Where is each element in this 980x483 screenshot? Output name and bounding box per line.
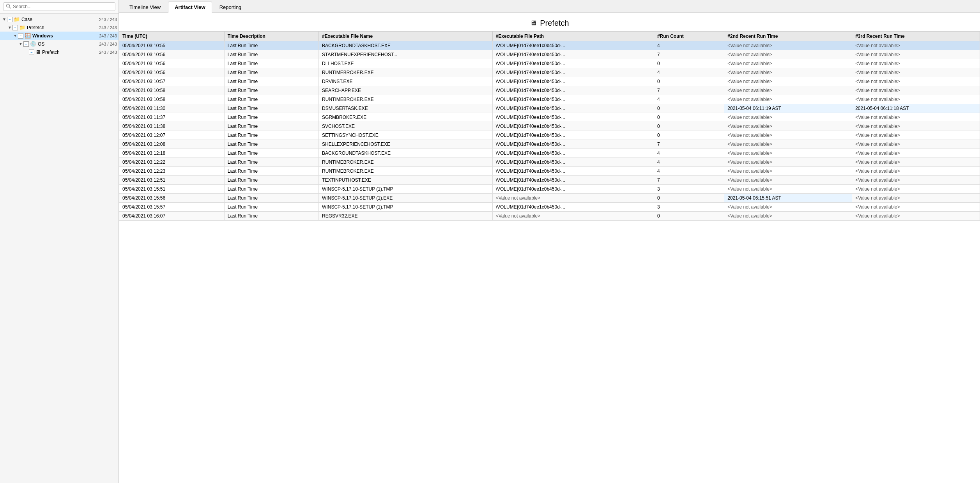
tree-item-windows[interactable]: ▼−🪟Windows243 / 243	[0, 32, 119, 40]
table-cell: 05/04/2021 03:10:58	[119, 86, 225, 95]
tree-item-os[interactable]: ▼−💿OS243 / 243	[0, 40, 119, 48]
table-cell: DSMUSERTASK.EXE	[319, 104, 493, 113]
table-cell: 05/04/2021 03:12:08	[119, 140, 225, 149]
table-row[interactable]: 05/04/2021 03:12:51Last Run TimeTEXTINPU…	[119, 176, 980, 185]
table-cell: Last Run Time	[224, 95, 318, 104]
table-cell: Last Run Time	[224, 131, 318, 140]
table-row[interactable]: 05/04/2021 03:10:57Last Run TimeDRVINST.…	[119, 77, 980, 86]
table-cell: Last Run Time	[224, 59, 318, 68]
table-cell: <Value not available>	[724, 95, 852, 104]
table-cell: <Value not available>	[852, 149, 980, 158]
col-header: #Run Count	[654, 32, 724, 41]
table-row[interactable]: 05/04/2021 03:10:58Last Run TimeSEARCHAP…	[119, 86, 980, 95]
artifact-title: Prefetch	[540, 19, 569, 28]
table-row[interactable]: 05/04/2021 03:10:56Last Run TimeRUNTIMEB…	[119, 68, 980, 77]
table-cell: REGSVR32.EXE	[319, 212, 493, 221]
table-cell: <Value not available>	[852, 140, 980, 149]
tab-reporting[interactable]: Reporting	[213, 2, 248, 12]
table-cell: \VOLUME{01d740ee1c0b450d-...	[492, 86, 654, 95]
table-cell: <Value not available>	[852, 41, 980, 50]
table-cell: 0	[654, 131, 724, 140]
tab-timeline[interactable]: Timeline View	[123, 2, 167, 12]
table-cell: \VOLUME{01d740ee1c0b450d-...	[492, 131, 654, 140]
table-cell: 7	[654, 140, 724, 149]
table-cell: SHELLEXPERIENCEHOST.EXE	[319, 140, 493, 149]
artifact-header: 🖥 Prefetch	[119, 13, 980, 31]
table-cell: 05/04/2021 03:10:55	[119, 41, 225, 50]
table-cell: <Value not available>	[724, 212, 852, 221]
tree-item-count: 243 / 243	[99, 42, 117, 46]
table-row[interactable]: 05/04/2021 03:12:22Last Run TimeRUNTIMEB…	[119, 158, 980, 167]
table-cell: 2021-05-04 06:11:18 AST	[852, 104, 980, 113]
table-cell: STARTMENUEXPERIENCEHOST...	[319, 50, 493, 59]
table-cell: 05/04/2021 03:11:30	[119, 104, 225, 113]
table-row[interactable]: 05/04/2021 03:10:58Last Run TimeRUNTIMEB…	[119, 95, 980, 104]
table-row[interactable]: 05/04/2021 03:10:56Last Run TimeDLLHOST.…	[119, 59, 980, 68]
table-row[interactable]: 05/04/2021 03:16:07Last Run TimeREGSVR32…	[119, 212, 980, 221]
tree-item-case[interactable]: ▼−📁Case243 / 243	[0, 15, 119, 23]
table-row[interactable]: 05/04/2021 03:12:07Last Run TimeSETTINGS…	[119, 131, 980, 140]
tree-checkbox[interactable]: −	[7, 17, 12, 22]
tree-checkbox[interactable]: −	[23, 41, 29, 47]
table-cell: <Value not available>	[852, 167, 980, 176]
table-cell: WINSCP-5.17.10-SETUP (1).TMP	[319, 203, 493, 212]
table-row[interactable]: 05/04/2021 03:12:23Last Run TimeRUNTIMEB…	[119, 167, 980, 176]
table-cell: <Value not available>	[852, 212, 980, 221]
main-panel: Timeline ViewArtifact ViewReporting 🖥 Pr…	[119, 0, 980, 483]
table-cell: 05/04/2021 03:12:23	[119, 167, 225, 176]
windows-icon: 🪟	[25, 33, 31, 39]
table-cell: 4	[654, 167, 724, 176]
table-cell: 7	[654, 86, 724, 95]
table-cell: 4	[654, 41, 724, 50]
table-cell: <Value not available>	[724, 59, 852, 68]
table-cell: 05/04/2021 03:10:56	[119, 68, 225, 77]
tab-artifact[interactable]: Artifact View	[168, 2, 212, 13]
chevron-icon: ▼	[18, 42, 23, 46]
table-cell: <Value not available>	[492, 194, 654, 203]
table-cell: \VOLUME{01d740ee1c0b450d-...	[492, 41, 654, 50]
tree-checkbox[interactable]: −	[29, 50, 34, 55]
table-cell: \VOLUME{01d740ee1c0b450d-...	[492, 122, 654, 131]
table-wrapper[interactable]: Time (UTC)Time Description#Executable Fi…	[119, 31, 980, 483]
tree-item-prefetch-leaf[interactable]: −🖥Prefetch243 / 243	[0, 48, 119, 56]
table-cell: 7	[654, 50, 724, 59]
table-cell: Last Run Time	[224, 50, 318, 59]
table-row[interactable]: 05/04/2021 03:15:57Last Run TimeWINSCP-5…	[119, 203, 980, 212]
data-table: Time (UTC)Time Description#Executable Fi…	[119, 31, 980, 221]
table-cell: \VOLUME{01d740ee1c0b450d-...	[492, 140, 654, 149]
table-cell: <Value not available>	[724, 149, 852, 158]
table-cell: Last Run Time	[224, 167, 318, 176]
tree-checkbox[interactable]: −	[18, 33, 23, 39]
search-input[interactable]	[3, 2, 115, 11]
table-cell: Last Run Time	[224, 212, 318, 221]
table-cell: <Value not available>	[852, 113, 980, 122]
tree-checkbox[interactable]: −	[12, 25, 18, 30]
table-cell: <Value not available>	[852, 203, 980, 212]
table-row[interactable]: 05/04/2021 03:10:56Last Run TimeSTARTMEN…	[119, 50, 980, 59]
tab-bar: Timeline ViewArtifact ViewReporting	[119, 0, 980, 13]
col-header: Time (UTC)	[119, 32, 225, 41]
table-cell: Last Run Time	[224, 203, 318, 212]
table-cell: RUNTIMEBROKER.EXE	[319, 167, 493, 176]
tree-item-label: Prefetch	[42, 50, 99, 55]
table-row[interactable]: 05/04/2021 03:12:18Last Run TimeBACKGROU…	[119, 149, 980, 158]
table-row[interactable]: 05/04/2021 03:11:38Last Run TimeSVCHOST.…	[119, 122, 980, 131]
table-row[interactable]: 05/04/2021 03:10:55Last Run TimeBACKGROU…	[119, 41, 980, 50]
tree-container: ▼−📁Case243 / 243▼−📁Prefetch243 / 243▼−🪟W…	[0, 14, 119, 483]
table-row[interactable]: 05/04/2021 03:11:37Last Run TimeSGRMBROK…	[119, 113, 980, 122]
table-row[interactable]: 05/04/2021 03:15:56Last Run TimeWINSCP-5…	[119, 194, 980, 203]
table-row[interactable]: 05/04/2021 03:15:51Last Run TimeWINSCP-5…	[119, 185, 980, 194]
col-header: #3rd Recent Run Time	[852, 32, 980, 41]
tree-item-prefetch-top[interactable]: ▼−📁Prefetch243 / 243	[0, 23, 119, 32]
col-header: #Executable File Name	[319, 32, 493, 41]
table-cell: <Value not available>	[852, 158, 980, 167]
tree-item-count: 243 / 243	[99, 50, 117, 55]
table-cell: 4	[654, 95, 724, 104]
search-icon	[6, 4, 11, 10]
table-cell: \VOLUME{01d740ee1c0b450d-...	[492, 104, 654, 113]
table-cell: \VOLUME{01d740ee1c0b450d-...	[492, 77, 654, 86]
table-cell: <Value not available>	[852, 185, 980, 194]
table-row[interactable]: 05/04/2021 03:12:08Last Run TimeSHELLEXP…	[119, 140, 980, 149]
table-cell: 05/04/2021 03:12:07	[119, 131, 225, 140]
table-row[interactable]: 05/04/2021 03:11:30Last Run TimeDSMUSERT…	[119, 104, 980, 113]
